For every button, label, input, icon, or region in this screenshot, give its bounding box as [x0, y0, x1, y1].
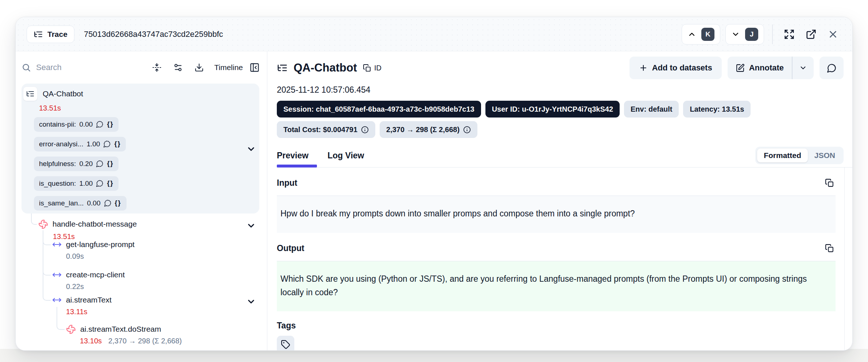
nav-next-button[interactable]: J [725, 24, 764, 45]
format-toggle: Formatted JSON [755, 147, 844, 164]
tree-node-label: handle-chatbot-message [53, 220, 137, 228]
annotate-button[interactable]: Annotate [728, 57, 792, 79]
tree-node-duration: 13.51s [39, 104, 61, 112]
trace-type-chip: Trace [27, 26, 74, 43]
tree-toolbar: Timeline [22, 57, 262, 78]
score-badge-is-question[interactable]: is_question: 1.00 {} [34, 176, 119, 191]
tree-node-duration: 0.09s [66, 252, 84, 261]
metadata-braces: {} [107, 160, 113, 167]
input-section-header: Input [277, 177, 836, 189]
expand-button[interactable] [781, 26, 798, 43]
metadata-badges: Session: chat_60587aef-6baa-4973-a73c-b9… [277, 101, 852, 138]
input-content: Hpw do I break my prompts down into smal… [277, 196, 836, 233]
input-label: Input [277, 178, 297, 188]
tree-node-tokens: 2,370 → 298 (Σ 2,668) [108, 337, 182, 345]
modal-body: Timeline QA-Chatb [16, 51, 852, 350]
tree-node-metrics: 13.10s 2,370 → 298 (Σ 2,668) [80, 337, 182, 345]
list-tree-icon [277, 62, 288, 73]
agent-fan-icon [66, 324, 76, 334]
trace-peek-modal: Trace 75013d62668a43747ac73cd2e259bbfc K… [15, 17, 853, 351]
collapse-all-button[interactable] [150, 61, 164, 74]
copy-output-button[interactable] [824, 242, 836, 254]
copy-input-button[interactable] [824, 177, 836, 189]
scrollbar-gutter[interactable] [844, 167, 852, 351]
info-icon [361, 126, 369, 134]
badge-row: Session: chat_60587aef-6baa-4973-a73c-b9… [277, 101, 844, 118]
tab-preview[interactable]: Preview [277, 151, 310, 167]
tree-node-create-mcp-client[interactable]: create-mcp-client [52, 270, 125, 280]
id-chip-label: ID [374, 64, 381, 72]
agent-fan-icon [38, 219, 48, 229]
sliders-icon [173, 63, 183, 72]
comments-button[interactable] [819, 57, 844, 79]
detail-tabs: Preview Log View Formatted JSON [277, 147, 852, 167]
span-arrows-icon [52, 240, 62, 249]
badge-row: Total Cost: $0.004791 2,370 → 298 (Σ 2,6… [277, 121, 844, 138]
comment-bubble-icon [104, 199, 112, 207]
score-badge-helpfulness[interactable]: helpfulness: 0.20 {} [34, 157, 119, 171]
list-tree-icon [34, 30, 43, 39]
trace-id: 75013d62668a43747ac73cd2e259bbfc [84, 30, 672, 39]
info-icon [463, 126, 471, 134]
tab-log-view[interactable]: Log View [328, 151, 366, 167]
span-arrows-icon [52, 295, 62, 305]
search-input[interactable] [36, 63, 120, 72]
score-badge-contains-pii[interactable]: contains-pii: 0.00 {} [34, 117, 119, 132]
nav-previous-button[interactable]: K [682, 24, 720, 45]
close-button[interactable] [825, 26, 841, 43]
add-to-datasets-button[interactable]: Add to datasets [629, 57, 722, 79]
keyboard-shortcut-k: K [701, 28, 714, 41]
score-label: contains-pii: [39, 120, 76, 128]
panel-left-close-icon [249, 62, 260, 73]
header-actions: K J [682, 24, 841, 45]
tree-root-row[interactable]: QA-Chatbot [23, 86, 83, 101]
comment-bubble-icon [827, 63, 837, 73]
format-formatted-option[interactable]: Formatted [757, 149, 808, 162]
session-badge[interactable]: Session: chat_60587aef-6baa-4973-a73c-b9… [277, 101, 481, 118]
format-json-option[interactable]: JSON [808, 149, 842, 162]
output-content: Which SDK are you using (Python or JS/TS… [277, 261, 836, 312]
collapse-node-button[interactable] [245, 220, 257, 231]
tree-node-ai-streamtext[interactable]: ai.streamText [52, 295, 112, 305]
tree-settings-button[interactable] [171, 61, 185, 74]
tree-node-duration: 0.22s [66, 282, 84, 291]
tree-node-duration: 13.10s [80, 337, 102, 345]
score-label: is_question: [39, 180, 76, 188]
comment-bubble-icon [96, 160, 104, 167]
square-pen-icon [736, 63, 745, 73]
tree-node-ai-streamtext-dostream[interactable]: ai.streamText.doStream [66, 324, 161, 334]
tree-connector [31, 213, 37, 225]
observation-detail-pane: QA-Chatbot ID Add to datasets [267, 51, 852, 350]
comment-bubble-icon [96, 180, 104, 187]
add-tag-button[interactable] [277, 336, 294, 351]
copy-icon [363, 64, 371, 72]
detail-header: QA-Chatbot ID Add to datasets [277, 57, 852, 79]
fold-vertical-icon [152, 63, 162, 72]
annotate-split-button: Annotate [728, 57, 814, 79]
tags-label: Tags [277, 321, 296, 331]
list-tree-icon [26, 89, 35, 98]
timeline-toggle[interactable]: Timeline [214, 63, 243, 72]
tree-node-handle-chatbot-message[interactable]: handle-chatbot-message [38, 219, 137, 229]
score-badge-is-same-language[interactable]: is_same_lan... 0.00 {} [34, 196, 127, 211]
download-button[interactable] [192, 61, 206, 74]
collapse-node-button[interactable] [245, 296, 257, 307]
annotate-dropdown-button[interactable] [793, 57, 814, 79]
chevron-up-icon [687, 30, 696, 39]
preview-scroll-area: Input Hpw do I break my prompts down int… [277, 167, 852, 351]
env-badge: Env: default [624, 101, 679, 118]
tree-node-get-langfuse-prompt[interactable]: get-langfuse-prompt [52, 240, 135, 249]
copy-id-button[interactable]: ID [363, 64, 381, 72]
collapse-sidebar-button[interactable] [247, 60, 262, 75]
user-id-badge[interactable]: User ID: u-O1rJy-YrtNCP4i7q3kS42 [485, 101, 620, 118]
tree-node-qa-chatbot[interactable]: QA-Chatbot 13.51s contains-pii: 0.00 {} … [22, 84, 259, 213]
keyboard-shortcut-j: J [745, 28, 758, 41]
score-badge-error-analysis[interactable]: error-analysi... 1.00 {} [34, 137, 126, 151]
trace-tree-sidebar: Timeline QA-Chatb [16, 51, 267, 350]
output-label: Output [277, 243, 304, 253]
tree-node-duration: 13.11s [66, 308, 88, 316]
page-backdrop [0, 349, 868, 362]
collapse-node-button[interactable] [245, 143, 257, 155]
open-external-button[interactable] [803, 26, 819, 43]
tag-icon [281, 340, 290, 349]
